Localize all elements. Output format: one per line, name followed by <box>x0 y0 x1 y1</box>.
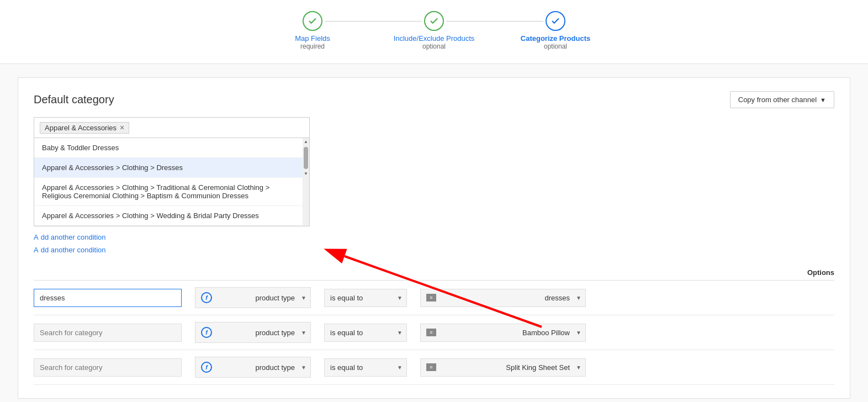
category-tag-remove[interactable]: × <box>120 124 124 131</box>
step-sub-map-fields: required <box>295 43 330 50</box>
mapping-row-1: f product type ▼ is equal to ▼ ≡ dresses… <box>34 281 834 315</box>
field-select-row3[interactable]: f product type <box>195 357 311 378</box>
dropdown-item-4[interactable]: Apparel & Accessories > Clothing > Weddi… <box>34 206 303 226</box>
copy-from-channel-button[interactable]: Copy from other channel ▼ <box>730 91 834 108</box>
step-sub-include-exclude: optional <box>394 43 475 50</box>
chevron-down-icon: ▼ <box>820 97 826 103</box>
add-rule-prefix: A <box>34 233 39 241</box>
step-sub-categorize: optional <box>521 43 590 50</box>
section-header: Default category Copy from other channel… <box>34 91 834 108</box>
field-icon-row1: f <box>201 292 212 303</box>
add-rule-2-prefix: A <box>34 246 39 254</box>
mapping-row-3: f product type ▼ is equal to ▼ ≡ Split K… <box>34 350 834 385</box>
step-include-exclude[interactable]: Include/Exclude Products optional <box>373 11 495 50</box>
condition-select-row3[interactable]: is equal to <box>324 358 407 377</box>
field-icon-row3: f <box>201 362 212 373</box>
section-title: Default category <box>34 93 114 106</box>
field-icon-row2: f <box>201 327 212 338</box>
add-condition-section: A dd another condition <box>34 233 834 241</box>
category-dropdown: Baby & Toddler Dresses Apparel & Accesso… <box>34 138 310 226</box>
category-tag-label: Apparel & Accessories <box>45 124 117 132</box>
step-circle-include-exclude <box>424 11 444 31</box>
dropdown-item-1[interactable]: Baby & Toddler Dresses <box>34 138 303 158</box>
step-map-fields[interactable]: Map Fields required <box>252 11 373 50</box>
value-select-row1[interactable]: ≡ dresses <box>420 289 586 307</box>
scrollbar-thumb[interactable] <box>304 147 308 169</box>
value-select-row3[interactable]: ≡ Split King Sheet Set <box>420 358 586 377</box>
step-categorize[interactable]: Categorize Products optional <box>495 11 616 50</box>
add-rule-2-link[interactable]: dd another condition <box>41 246 106 254</box>
dropdown-list: Baby & Toddler Dresses Apparel & Accesso… <box>34 138 310 226</box>
options-header: Options <box>559 268 834 277</box>
category-input-row2[interactable] <box>34 324 182 342</box>
step-circle-map-fields <box>303 11 322 31</box>
category-input-row1[interactable] <box>34 289 182 307</box>
field-select-row1[interactable]: f product type <box>195 287 311 308</box>
category-tag: Apparel & Accessories × <box>40 122 129 134</box>
step-title-map-fields: Map Fields <box>295 34 330 43</box>
step-title-categorize: Categorize Products <box>521 34 590 43</box>
scroll-down-icon[interactable]: ▼ <box>303 171 309 177</box>
default-category-section: Apparel & Accessories × Baby & Toddler D… <box>34 117 834 226</box>
wizard-steps: Map Fields required Include/Exclude Prod… <box>0 0 868 64</box>
value-icon-row2: ≡ <box>426 329 436 336</box>
dropdown-item-2[interactable]: Apparel & Accessories > Clothing > Dress… <box>34 158 303 178</box>
mapping-table-header: Options <box>34 263 834 281</box>
value-icon-row3: ≡ <box>426 363 436 371</box>
condition-select-row1[interactable]: is equal to <box>324 289 407 307</box>
add-rule-2-section: A dd another condition <box>34 246 834 254</box>
value-icon-row1: ≡ <box>426 294 436 302</box>
condition-select-row2[interactable]: is equal to <box>324 324 407 342</box>
step-circle-categorize <box>546 11 565 31</box>
dropdown-item-3[interactable]: Apparel & Accessories > Clothing > Tradi… <box>34 178 303 206</box>
field-select-row2[interactable]: f product type <box>195 322 311 343</box>
category-input-row3[interactable] <box>34 358 182 377</box>
add-rule-link[interactable]: dd another condition <box>41 233 106 241</box>
value-select-row2[interactable]: ≡ Bamboo Pillow <box>420 324 586 342</box>
step-title-include-exclude: Include/Exclude Products <box>394 34 475 43</box>
mapping-row-2: f product type ▼ is equal to ▼ ≡ Bamboo … <box>34 315 834 350</box>
scroll-up-icon[interactable]: ▲ <box>303 139 309 145</box>
dropdown-scrollbar[interactable]: ▲ ▼ <box>303 138 309 226</box>
category-input-wrapper[interactable]: Apparel & Accessories × <box>34 117 310 138</box>
